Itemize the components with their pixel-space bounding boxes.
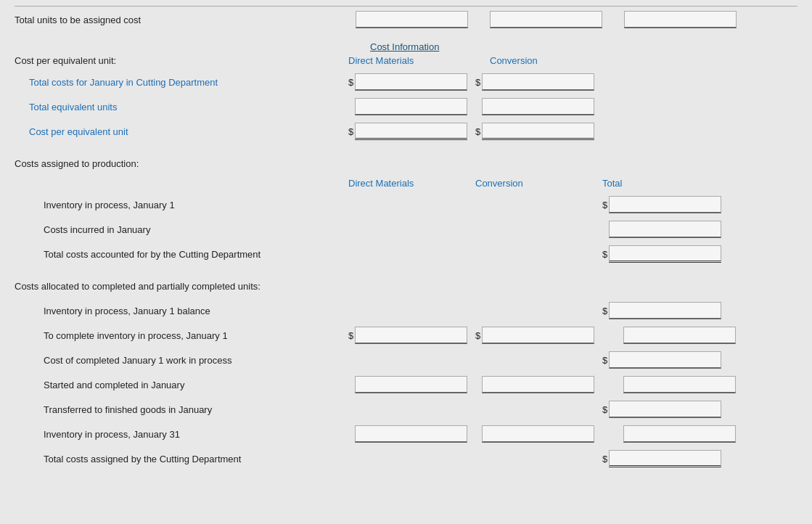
- row-inv-jan31: Inventory in process, January 31 $ $ $: [15, 424, 797, 444]
- row-cost-per-equiv: Cost per equivalent unit $ $: [15, 121, 797, 142]
- row-transferred-fg: Transferred to finished goods in January…: [15, 399, 797, 419]
- total-units-input-3[interactable]: [624, 11, 737, 28]
- row-inv-jan1-balance: Inventory in process, January 1 balance …: [15, 300, 797, 321]
- content-area: Total units to be assigned cost Cost Inf…: [0, 0, 812, 488]
- total-equiv-conv-input[interactable]: [482, 98, 594, 115]
- dollar-conv-3: $: [475, 126, 480, 137]
- row-total-costs-jan-label: Total costs for January in Cutting Depar…: [15, 77, 348, 88]
- dollar-total-tfg: $: [602, 404, 607, 415]
- row-inv-jan1-total-cell: $: [602, 196, 729, 213]
- row-total-costs-assigned-total-cell: $: [602, 450, 729, 467]
- inv-jan31-conv-input[interactable]: [482, 425, 594, 443]
- dollar-conv-1: $: [475, 77, 480, 88]
- costs-assigned-col-headers: Direct Materials Conversion Total: [348, 178, 797, 189]
- costs-assigned-col-conv: Conversion: [475, 178, 602, 189]
- total-units-input-1[interactable]: [356, 11, 468, 28]
- row-started-completed-total-cell: $: [617, 376, 744, 393]
- row-costs-incurred-total-cell: $: [602, 221, 729, 238]
- transferred-fg-total-input[interactable]: [609, 401, 721, 418]
- dollar-total-tca: $: [602, 249, 607, 260]
- row-cost-per-equiv-conv-cell: $: [475, 123, 602, 140]
- started-completed-conv-input[interactable]: [482, 376, 594, 393]
- costs-allocated-section-label-row: Costs allocated to completed and partial…: [15, 276, 797, 296]
- row-transferred-fg-label: Transferred to finished goods in January: [15, 404, 348, 415]
- row-costs-incurred-label: Costs incurred in January: [15, 224, 348, 235]
- row-started-completed-conv-cell: $: [475, 376, 602, 393]
- to-complete-total-input[interactable]: [623, 327, 736, 344]
- row-inv-jan31-label: Inventory in process, January 31: [15, 429, 348, 440]
- inv-jan31-dm-input[interactable]: [355, 425, 467, 443]
- dollar-dm-1: $: [348, 77, 353, 88]
- inv-jan1-total-input[interactable]: [609, 196, 721, 213]
- costs-incurred-total-input[interactable]: [609, 221, 721, 238]
- cost-completed-jan1-total-input[interactable]: [609, 351, 721, 369]
- row-total-costs-jan-conv-cell: $: [475, 73, 602, 91]
- row-total-costs-jan-dm-cell: $: [348, 73, 475, 91]
- row-inv-jan1: Inventory in process, January 1 $: [15, 195, 797, 215]
- top-row-inputs: [356, 11, 737, 28]
- row-total-equiv-units: Total equivalent units $ $: [15, 97, 797, 117]
- row-to-complete-dm-cell: $: [348, 327, 475, 344]
- costs-assigned-col-dm: Direct Materials: [348, 178, 475, 189]
- row-total-costs-assigned-label: Total costs assigned by the Cutting Depa…: [15, 454, 348, 464]
- costs-assigned-section-label: Costs assigned to production:: [15, 153, 797, 173]
- started-completed-dm-input[interactable]: [355, 376, 467, 393]
- row-started-completed: Started and completed in January $ $ $: [15, 374, 797, 395]
- row-cost-completed-jan1: Cost of completed January 1 work in proc…: [15, 350, 797, 370]
- costs-assigned-col-total: Total: [602, 178, 729, 189]
- page-container: Total units to be assigned cost Cost Inf…: [0, 0, 812, 524]
- row-inv-jan31-conv-cell: $: [475, 425, 602, 443]
- row-total-costs-accounted-label: Total costs accounted for by the Cutting…: [15, 249, 348, 260]
- row-to-complete-inv: To complete inventory in process, Januar…: [15, 325, 797, 345]
- row-inv-jan1-balance-label: Inventory in process, January 1 balance: [15, 306, 348, 316]
- total-units-label: Total units to be assigned cost: [15, 15, 348, 25]
- row-inv-jan1-label: Inventory in process, January 1: [15, 200, 348, 210]
- row-transferred-fg-total-cell: $: [602, 401, 729, 418]
- cpe-section-label: Cost per equivalent unit:: [15, 55, 348, 66]
- row-cost-completed-jan1-total-cell: $: [602, 351, 729, 369]
- total-equiv-dm-input[interactable]: [355, 98, 467, 115]
- dollar-conv-tc: $: [475, 330, 480, 341]
- cost-info-title: Cost Information: [370, 41, 439, 52]
- costs-allocated-label: Costs allocated to completed and partial…: [15, 281, 348, 292]
- row-started-completed-dm-cell: $: [348, 376, 475, 393]
- row-total-costs-accounted-total-cell: $: [602, 245, 729, 263]
- cpe-col-dm: Direct Materials: [348, 55, 414, 66]
- row-total-costs-jan: Total costs for January in Cutting Depar…: [15, 72, 797, 92]
- dollar-dm-tc: $: [348, 330, 353, 341]
- total-costs-jan-conv-input[interactable]: [482, 73, 594, 91]
- cost-per-equiv-conv-input[interactable]: [482, 123, 594, 140]
- row-cost-per-equiv-dm-cell: $: [348, 123, 475, 140]
- cost-per-equiv-dm-input[interactable]: [355, 123, 467, 140]
- cpe-col-conv: Conversion: [490, 55, 538, 66]
- row-to-complete-inv-label: To complete inventory in process, Januar…: [15, 330, 348, 341]
- total-units-input-2[interactable]: [490, 11, 602, 28]
- row-to-complete-total-cell: $: [617, 327, 744, 344]
- row-costs-incurred: Costs incurred in January $: [15, 219, 797, 240]
- inv-jan31-total-input[interactable]: [623, 425, 736, 443]
- costs-assigned-label: Costs assigned to production:: [15, 158, 348, 169]
- total-costs-accounted-input[interactable]: [609, 245, 721, 263]
- dollar-total-ib: $: [602, 306, 607, 316]
- cpe-col-headers: Cost per equivalent unit: Direct Materia…: [15, 55, 797, 66]
- dollar-total-ccj: $: [602, 355, 607, 366]
- dollar-dm-3: $: [348, 126, 353, 137]
- cost-info-header: Cost Information: [370, 41, 797, 52]
- to-complete-dm-input[interactable]: [355, 327, 467, 344]
- row-started-completed-label: Started and completed in January: [15, 380, 348, 390]
- to-complete-conv-input[interactable]: [482, 327, 594, 344]
- started-completed-total-input[interactable]: [623, 376, 736, 393]
- row-total-equiv-dm-cell: $: [348, 98, 475, 115]
- row-inv-jan31-dm-cell: $: [348, 425, 475, 443]
- total-costs-jan-dm-input[interactable]: [355, 73, 467, 91]
- row-total-costs-assigned: Total costs assigned by the Cutting Depa…: [15, 449, 797, 469]
- row-inv-jan1-balance-total-cell: $: [602, 302, 729, 319]
- total-costs-assigned-input[interactable]: [609, 450, 721, 467]
- row-to-complete-conv-cell: $: [475, 327, 602, 344]
- dollar-total-tca2: $: [602, 454, 607, 464]
- row-total-costs-accounted: Total costs accounted for by the Cutting…: [15, 244, 797, 264]
- row-inv-jan31-total-cell: $: [617, 425, 744, 443]
- row-cost-per-equiv-label: Cost per equivalent unit: [15, 126, 348, 137]
- row-total-equiv-conv-cell: $: [475, 98, 602, 115]
- inv-jan1-balance-total-input[interactable]: [609, 302, 721, 319]
